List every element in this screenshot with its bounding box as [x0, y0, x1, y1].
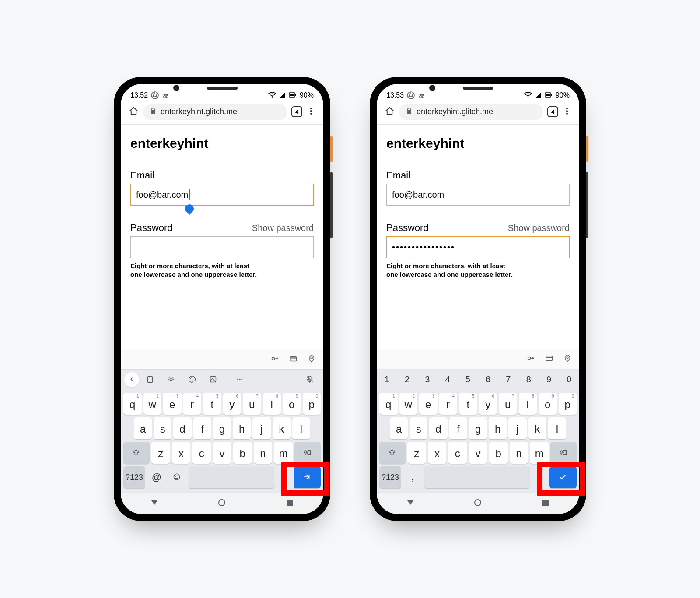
kbd-key-comma[interactable]: ,: [403, 466, 422, 488]
password-manager-icon[interactable]: [527, 354, 536, 365]
tabs-button[interactable]: 4: [291, 106, 302, 117]
key-z[interactable]: z: [407, 442, 426, 464]
nav-home-icon[interactable]: [217, 498, 227, 509]
key-y[interactable]: y6: [223, 393, 242, 415]
key-n[interactable]: n: [510, 442, 528, 464]
key-i[interactable]: i8: [519, 393, 537, 415]
key-w[interactable]: w2: [144, 393, 162, 415]
key-x[interactable]: x: [172, 442, 191, 464]
address-icon[interactable]: [308, 355, 316, 365]
key-j[interactable]: j: [508, 417, 526, 439]
numkey-7[interactable]: 7: [499, 371, 518, 388]
nav-home-icon[interactable]: [473, 498, 483, 509]
key-d[interactable]: d: [173, 417, 191, 439]
key-n[interactable]: n: [254, 442, 273, 464]
key-k[interactable]: k: [273, 417, 290, 439]
spacebar-key[interactable]: [189, 466, 274, 488]
nav-recents-icon[interactable]: [541, 498, 550, 509]
key-i[interactable]: i8: [263, 393, 281, 415]
key-b[interactable]: b: [233, 442, 252, 464]
key-p[interactable]: p0: [303, 393, 321, 415]
kbd-onehanded-icon[interactable]: [204, 372, 223, 388]
key-r[interactable]: r4: [439, 393, 458, 415]
numkey-1[interactable]: 1: [378, 371, 396, 388]
numkey-0[interactable]: 0: [560, 371, 578, 388]
spacebar-key[interactable]: [424, 466, 530, 488]
key-v[interactable]: v: [469, 442, 487, 464]
numkey-5[interactable]: 5: [458, 371, 477, 388]
overflow-menu-icon[interactable]: [563, 107, 571, 117]
email-input[interactable]: foo@bar.com: [386, 184, 570, 206]
key-t[interactable]: t5: [203, 393, 221, 415]
key-e[interactable]: e3: [163, 393, 182, 415]
nav-back-icon[interactable]: [406, 498, 415, 509]
key-s[interactable]: s: [154, 417, 172, 439]
key-x[interactable]: x: [428, 442, 447, 464]
key-c[interactable]: c: [448, 442, 467, 464]
nav-back-icon[interactable]: [150, 498, 159, 509]
key-q[interactable]: q1: [123, 393, 142, 415]
backspace-key[interactable]: [550, 442, 577, 464]
key-u[interactable]: u7: [243, 393, 261, 415]
key-p[interactable]: p0: [559, 393, 577, 415]
key-q[interactable]: q1: [379, 393, 398, 415]
address-icon[interactable]: [564, 354, 572, 365]
key-y[interactable]: y6: [479, 393, 497, 415]
key-z[interactable]: z: [151, 442, 170, 464]
symbols-key[interactable]: ?123: [379, 466, 401, 488]
kbd-clipboard-icon[interactable]: [141, 372, 160, 388]
payment-card-icon[interactable]: [545, 354, 554, 365]
key-o[interactable]: o9: [283, 393, 301, 415]
key-g[interactable]: g: [469, 417, 487, 439]
key-l[interactable]: l: [548, 417, 566, 439]
kbd-more-icon[interactable]: [231, 372, 250, 388]
numkey-8[interactable]: 8: [519, 371, 538, 388]
key-t[interactable]: t5: [459, 393, 477, 415]
key-s[interactable]: s: [410, 417, 427, 439]
nav-recents-icon[interactable]: [285, 498, 294, 509]
kbd-emoji-icon[interactable]: [168, 466, 186, 488]
show-password-toggle[interactable]: Show password: [508, 223, 570, 233]
password-input[interactable]: ••••••••••••••••: [386, 236, 570, 258]
key-r[interactable]: r4: [183, 393, 202, 415]
key-h[interactable]: h: [489, 417, 507, 439]
show-password-toggle[interactable]: Show password: [252, 223, 314, 233]
password-input[interactable]: [130, 236, 314, 258]
key-a[interactable]: a: [134, 417, 152, 439]
home-button[interactable]: [385, 106, 395, 118]
shift-key[interactable]: [379, 442, 406, 464]
kbd-mic-off-icon[interactable]: [301, 372, 320, 388]
key-l[interactable]: l: [292, 417, 310, 439]
key-m[interactable]: m: [530, 442, 549, 464]
key-u[interactable]: u7: [499, 393, 517, 415]
url-bar[interactable]: enterkeyhint.glitch.me: [399, 104, 543, 120]
key-k[interactable]: k: [528, 417, 546, 439]
url-bar[interactable]: enterkeyhint.glitch.me: [143, 104, 287, 120]
kbd-collapse-chevron-icon[interactable]: [124, 372, 139, 387]
key-c[interactable]: c: [192, 442, 211, 464]
kbd-theme-icon[interactable]: [183, 372, 202, 388]
numkey-3[interactable]: 3: [418, 371, 437, 388]
key-a[interactable]: a: [390, 417, 408, 439]
key-b[interactable]: b: [489, 442, 508, 464]
shift-key[interactable]: [123, 442, 150, 464]
tabs-button[interactable]: 4: [547, 106, 558, 117]
password-manager-icon[interactable]: [271, 355, 280, 365]
key-o[interactable]: o9: [539, 393, 557, 415]
numkey-2[interactable]: 2: [398, 371, 416, 388]
key-e[interactable]: e3: [419, 393, 438, 415]
kbd-settings-icon[interactable]: [162, 372, 181, 388]
key-m[interactable]: m: [274, 442, 293, 464]
numkey-4[interactable]: 4: [438, 371, 457, 388]
key-h[interactable]: h: [233, 417, 251, 439]
key-g[interactable]: g: [213, 417, 231, 439]
numkey-6[interactable]: 6: [479, 371, 497, 388]
payment-card-icon[interactable]: [289, 355, 298, 365]
backspace-key[interactable]: [294, 442, 321, 464]
key-w[interactable]: w2: [399, 393, 418, 415]
key-f[interactable]: f: [449, 417, 467, 439]
kbd-key-at[interactable]: @: [147, 466, 166, 488]
numkey-9[interactable]: 9: [539, 371, 558, 388]
email-input[interactable]: foo@bar.com: [130, 184, 314, 206]
key-v[interactable]: v: [213, 442, 231, 464]
